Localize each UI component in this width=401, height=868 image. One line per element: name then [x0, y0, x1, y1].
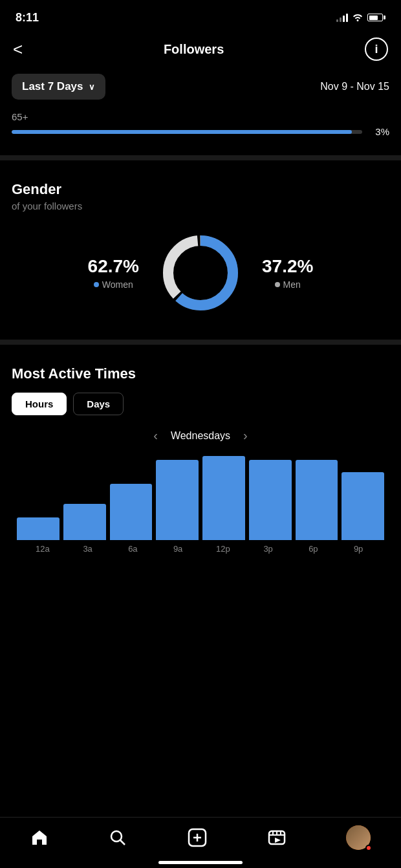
bar-column — [17, 456, 60, 540]
home-icon — [30, 829, 49, 847]
bar-column — [249, 456, 292, 540]
date-filter-button[interactable]: Last 7 Days ∨ — [12, 74, 105, 100]
women-percentage: 62.7% — [88, 256, 139, 277]
bar-fill — [63, 504, 106, 540]
status-bar: 8:11 — [0, 0, 401, 32]
bar-fill — [110, 484, 153, 540]
page-title: Followers — [164, 42, 224, 57]
bar-label: 3a — [67, 544, 109, 554]
battery-icon — [367, 14, 385, 21]
gender-section: Gender of your followers 62.7% Women — [0, 166, 401, 334]
date-filter-row: Last 7 Days ∨ Nov 9 - Nov 15 — [0, 69, 401, 109]
add-icon — [188, 828, 207, 847]
age-bar-track — [12, 130, 362, 134]
bar-label: 6p — [293, 544, 334, 554]
women-dot — [94, 282, 99, 287]
date-range: Nov 9 - Nov 15 — [320, 81, 389, 92]
profile-notification-dot — [365, 845, 372, 851]
bar-label: 12p — [202, 544, 244, 554]
bars-row — [17, 456, 384, 540]
bar-chart: 12a3a6a9a12p3p6p9p — [12, 456, 389, 554]
next-day-button[interactable]: › — [243, 428, 248, 443]
men-label: Men — [283, 279, 301, 290]
svg-marker-11 — [275, 838, 281, 843]
most-active-section: Most Active Times Hours Days ‹ Wednesday… — [0, 350, 401, 567]
bar-label: 9p — [338, 544, 379, 554]
day-navigator: ‹ Wednesdays › — [12, 428, 389, 443]
section-divider-1 — [0, 155, 401, 160]
bar-fill — [341, 472, 384, 540]
bar-column — [341, 456, 384, 540]
reels-icon — [268, 829, 286, 847]
age-bar-row: 3% — [12, 126, 389, 137]
svg-line-6 — [120, 840, 125, 845]
most-active-title: Most Active Times — [12, 365, 389, 382]
gender-title: Gender — [12, 181, 389, 198]
bar-labels-row: 12a3a6a9a12p3p6p9p — [17, 544, 384, 554]
date-filter-label: Last 7 Days — [22, 80, 83, 93]
signal-icon — [336, 13, 348, 22]
bar-column — [202, 456, 245, 540]
bar-column — [110, 456, 153, 540]
age-section: 65+ 3% — [0, 109, 401, 150]
bar-label: 12a — [22, 544, 63, 554]
age-label: 65+ — [12, 111, 389, 122]
bar-column — [156, 456, 199, 540]
current-day-label: Wednesdays — [171, 430, 230, 442]
nav-search[interactable] — [109, 829, 127, 847]
svg-point-5 — [111, 831, 122, 841]
age-bar-fill — [12, 130, 352, 134]
status-time: 8:11 — [16, 11, 39, 25]
search-icon — [109, 829, 127, 847]
bar-column — [63, 456, 106, 540]
bar-column — [296, 456, 338, 540]
men-percentage: 37.2% — [262, 256, 313, 277]
gender-subtitle: of your followers — [12, 201, 389, 212]
women-stat: 62.7% Women — [88, 256, 139, 290]
chevron-down-icon: ∨ — [89, 82, 95, 92]
bar-label: 9a — [157, 544, 199, 554]
women-label: Women — [102, 279, 133, 290]
age-percentage: 3% — [369, 126, 389, 137]
bar-label: 6a — [113, 544, 154, 554]
nav-add[interactable] — [188, 828, 207, 847]
status-icons — [336, 12, 385, 23]
bar-fill — [296, 460, 338, 540]
gender-donut-chart — [158, 231, 243, 315]
bar-fill — [202, 456, 245, 540]
info-button[interactable]: i — [365, 38, 388, 61]
wifi-icon — [352, 12, 363, 23]
back-button[interactable]: < — [13, 41, 23, 58]
top-nav: < Followers i — [0, 32, 401, 69]
nav-profile[interactable] — [346, 825, 371, 850]
bar-fill — [17, 517, 60, 540]
men-stat: 37.2% Men — [262, 256, 313, 290]
home-indicator — [158, 861, 243, 864]
nav-reels[interactable] — [268, 829, 286, 847]
men-dot — [275, 282, 280, 287]
women-label-row: Women — [88, 279, 139, 290]
section-divider-2 — [0, 340, 401, 345]
prev-day-button[interactable]: ‹ — [153, 428, 158, 443]
men-label-row: Men — [262, 279, 313, 290]
bar-fill — [156, 460, 199, 540]
hours-toggle[interactable]: Hours — [12, 393, 67, 415]
gender-chart-row: 62.7% Women 37.2% — [12, 231, 389, 315]
bar-label: 3p — [248, 544, 289, 554]
toggle-row: Hours Days — [12, 393, 389, 415]
days-toggle[interactable]: Days — [73, 393, 124, 415]
bar-fill — [249, 460, 292, 540]
nav-home[interactable] — [30, 829, 49, 847]
